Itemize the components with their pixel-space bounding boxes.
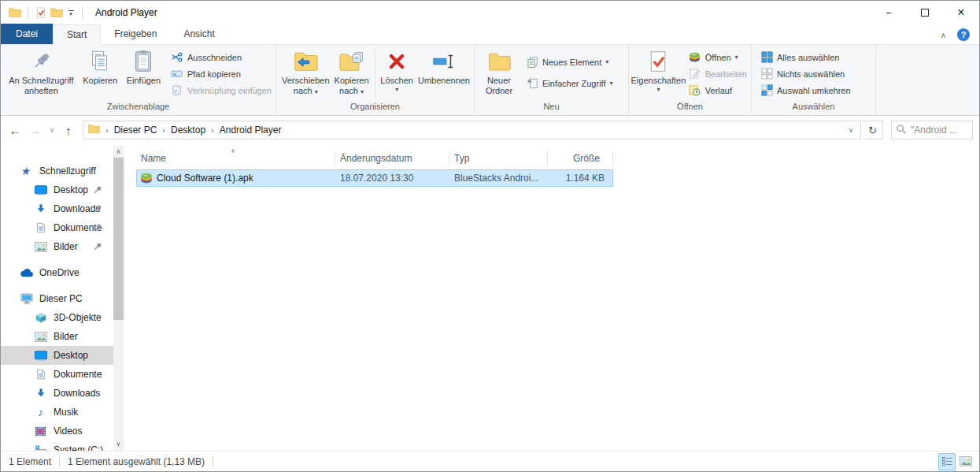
- paste-button[interactable]: Einfügen: [122, 46, 165, 100]
- up-button[interactable]: ↑: [59, 121, 78, 139]
- recent-locations-button[interactable]: ∨: [46, 121, 57, 139]
- new-folder-button[interactable]: Neuer Ordner: [478, 46, 520, 100]
- pin-to-quick-access-label: An Schnellzugriff anheften: [6, 76, 76, 96]
- properties-button[interactable]: Eigenschaften ▾: [631, 46, 686, 100]
- cut-button[interactable]: Ausschneiden: [168, 49, 274, 65]
- main-area: ★ Schnellzugriff Desktop Downloads Dokum…: [1, 144, 979, 451]
- downloads-icon: [34, 387, 47, 400]
- refresh-button[interactable]: ↻: [863, 121, 883, 139]
- sidebar-item-downloads[interactable]: Downloads: [1, 384, 113, 403]
- tab-datei[interactable]: Datei: [1, 24, 53, 44]
- address-bar: ← → ∨ ↑ › Dieser PC › Desktop › Android …: [1, 116, 979, 144]
- qat-new-folder-button[interactable]: [49, 4, 65, 21]
- tab-ansicht[interactable]: Ansicht: [170, 24, 227, 44]
- back-button[interactable]: ←: [6, 121, 24, 139]
- column-header-type[interactable]: Typ: [449, 151, 548, 166]
- invert-selection-button[interactable]: Auswahl umkehren: [758, 82, 853, 98]
- copy-path-label: Pfad kopieren: [187, 69, 241, 79]
- qat-properties-button[interactable]: [33, 4, 49, 21]
- sidebar-item-schnellzugriff[interactable]: ★ Schnellzugriff: [1, 162, 113, 180]
- thumbnails-view-button[interactable]: [957, 453, 974, 470]
- pin-icon: [93, 204, 102, 214]
- file-row[interactable]: Cloud Software (1).apk 18.07.2020 13:30 …: [136, 169, 613, 187]
- open-button[interactable]: Öffnen ▾: [686, 49, 749, 65]
- tab-freigeben[interactable]: Freigeben: [101, 24, 170, 44]
- sidebar-item-desktop[interactable]: Desktop: [1, 346, 113, 365]
- properties-label: Eigenschaften: [631, 76, 686, 86]
- copy-button[interactable]: Kopieren: [79, 46, 122, 100]
- help-button[interactable]: ?: [957, 28, 970, 41]
- sidebar-item-dokumente[interactable]: Dokumente: [1, 365, 113, 384]
- invert-selection-icon: [760, 84, 773, 97]
- open-label: Öffnen: [705, 53, 731, 62]
- rename-button[interactable]: Umbenennen: [416, 46, 472, 100]
- column-headers: Name ∧ Änderungsdatum Typ Größe: [136, 147, 613, 169]
- sidebar-item-system-c[interactable]: System (C:): [1, 440, 113, 451]
- breadcrumb-segment-dieser-pc[interactable]: Dieser PC: [114, 125, 157, 136]
- sidebar-item-dieser-pc[interactable]: Dieser PC: [1, 289, 113, 308]
- music-note-icon: ♪: [34, 406, 47, 418]
- details-view-button[interactable]: [938, 453, 956, 470]
- history-button[interactable]: Verlauf: [686, 82, 749, 98]
- explorer-window: ▾ Android Player − × Datei Start Freigeb…: [0, 0, 980, 472]
- documents-icon: [34, 221, 47, 234]
- 3d-objects-cube-icon: [34, 311, 47, 324]
- sidebar-item-3d-objekte[interactable]: 3D-Objekte: [1, 308, 113, 327]
- menu-caret-icon: ▾: [610, 80, 613, 87]
- sidebar-scrollbar[interactable]: ∧ ∨: [113, 146, 124, 451]
- select-none-icon: [760, 68, 773, 80]
- sidebar-item-bilder-quick[interactable]: Bilder: [1, 237, 113, 256]
- file-size: 1.164 KB: [548, 173, 611, 184]
- sidebar-item-videos[interactable]: Videos: [1, 422, 113, 440]
- copy-to-button[interactable]: Kopieren nach ▾: [332, 46, 372, 100]
- scroll-down-icon[interactable]: ∨: [113, 438, 124, 449]
- select-all-button[interactable]: Alles auswählen: [758, 49, 853, 65]
- breadcrumb-segment-android-player[interactable]: Android Player: [220, 125, 282, 136]
- sidebar-item-musik[interactable]: ♪ Musik: [1, 403, 113, 422]
- sidebar-item-onedrive[interactable]: OneDrive: [1, 263, 113, 282]
- search-input[interactable]: [911, 125, 968, 136]
- maximize-button[interactable]: [907, 1, 943, 24]
- new-item-button[interactable]: Neues Element ▾: [523, 51, 616, 72]
- customize-qat-button[interactable]: ▾: [65, 4, 77, 21]
- sidebar-item-downloads-quick[interactable]: Downloads: [1, 199, 113, 218]
- breadcrumb-segment-desktop[interactable]: Desktop: [171, 125, 205, 136]
- group-label-organize: Organisieren: [276, 100, 474, 115]
- new-item-label: Neues Element: [542, 58, 601, 67]
- column-header-modified[interactable]: Änderungsdatum: [335, 151, 449, 166]
- address-dropdown-button[interactable]: ∨: [841, 121, 860, 139]
- minimize-button[interactable]: −: [871, 1, 907, 24]
- close-button[interactable]: ×: [943, 1, 979, 24]
- paste-shortcut-button[interactable]: Verknüpfung einfügen: [168, 82, 274, 98]
- copy-to-label: Kopieren nach ▾: [335, 76, 369, 97]
- pin-to-quick-access-button[interactable]: An Schnellzugriff anheften: [4, 46, 79, 100]
- edit-button[interactable]: Bearbeiten: [686, 65, 749, 82]
- move-to-button[interactable]: Verschieben nach ▾: [279, 46, 332, 100]
- tab-start[interactable]: Start: [53, 24, 101, 45]
- sidebar-item-desktop-quick[interactable]: Desktop: [1, 180, 113, 199]
- ribbon-tab-bar: Datei Start Freigeben Ansicht ∧ ?: [1, 24, 979, 45]
- delete-button[interactable]: Löschen ▾: [378, 46, 416, 100]
- sidebar-item-dokumente-quick[interactable]: Dokumente: [1, 218, 113, 237]
- search-icon: [896, 124, 907, 137]
- scroll-up-icon[interactable]: ∧: [113, 146, 124, 157]
- sidebar-item-bilder[interactable]: Bilder: [1, 327, 113, 346]
- breadcrumb: › Dieser PC › Desktop › Android Player ∨: [83, 121, 861, 139]
- copy-path-button[interactable]: w... Pfad kopieren: [168, 65, 274, 82]
- file-name: Cloud Software (1).apk: [157, 173, 253, 184]
- column-header-size[interactable]: Größe: [548, 151, 613, 166]
- menu-caret-icon: ▾: [735, 54, 738, 61]
- column-header-name[interactable]: Name ∧: [136, 151, 335, 166]
- collapse-ribbon-button[interactable]: ∧: [941, 31, 946, 39]
- file-name-cell: Cloud Software (1).apk: [137, 172, 335, 184]
- menu-caret-icon: ▾: [656, 86, 660, 93]
- delete-label: Löschen: [380, 76, 413, 86]
- select-none-label: Nichts auswählen: [777, 69, 845, 79]
- select-none-button[interactable]: Nichts auswählen: [758, 65, 853, 82]
- scrollbar-thumb[interactable]: [113, 158, 124, 320]
- sidebar-gap: [1, 256, 124, 263]
- copy-label: Kopieren: [83, 76, 117, 86]
- easy-access-button[interactable]: Einfacher Zugriff ▾: [523, 72, 616, 94]
- breadcrumb-chevron-icon: ›: [157, 125, 171, 135]
- forward-button[interactable]: →: [26, 121, 45, 139]
